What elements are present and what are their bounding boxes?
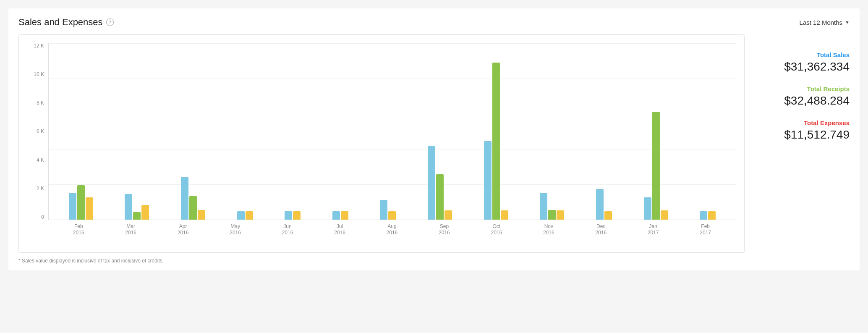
sales-bar <box>428 146 435 220</box>
month-bar-group <box>644 112 668 220</box>
total-expenses-value: $11,512.749 <box>757 128 850 142</box>
total-receipts-stat: Total Receipts $32,488.284 <box>757 85 850 108</box>
month-bar-group <box>237 211 253 220</box>
receipts-bar <box>652 112 660 220</box>
x-axis-label: Mar2016 <box>119 223 143 236</box>
x-labels: Feb2016Mar2016Apr2016May2016Jun2016Jul20… <box>48 220 736 236</box>
month-bar-group <box>125 194 149 220</box>
expenses-bar <box>246 211 253 220</box>
expenses-bar <box>444 210 452 220</box>
total-sales-value: $31,362.334 <box>757 60 850 73</box>
sales-bar <box>332 211 340 220</box>
total-receipts-label: Total Receipts <box>757 85 850 92</box>
x-axis-label: Sep2016 <box>432 223 456 236</box>
month-bar-group <box>69 185 93 220</box>
chevron-down-icon: ▼ <box>845 20 850 25</box>
sales-bar <box>380 200 387 220</box>
sales-bar <box>644 197 651 220</box>
y-axis-label: 8 K <box>27 100 44 105</box>
title-area: Sales and Expenses ? <box>18 17 114 28</box>
sales-bar <box>540 193 547 220</box>
bars-row <box>380 200 396 220</box>
x-axis-label: May2016 <box>223 223 248 236</box>
expenses-bar <box>661 210 668 220</box>
x-axis-label: Nov2016 <box>536 223 561 236</box>
bars-row <box>596 189 612 220</box>
x-axis-label: Feb2016 <box>66 223 91 236</box>
y-axis-label: 10 K <box>27 72 44 77</box>
x-axis-label: Jul2016 <box>327 223 352 236</box>
sales-bar <box>237 211 245 220</box>
footnote: * Sales value displayed is inclusive of … <box>18 258 850 264</box>
bars-area: Feb2016Mar2016Apr2016May2016Jun2016Jul20… <box>48 43 736 236</box>
stats-panel: Total Sales $31,362.334 Total Receipts $… <box>757 34 850 142</box>
page-container: Sales and Expenses ? Last 12 Months ▼ 02… <box>8 8 860 270</box>
y-axis: 02 K4 K6 K8 K10 K12 K <box>27 43 44 236</box>
total-expenses-stat: Total Expenses $11,512.749 <box>757 119 850 142</box>
month-bar-group <box>596 189 612 220</box>
help-icon[interactable]: ? <box>106 18 114 26</box>
receipts-bar <box>77 185 85 220</box>
y-axis-label: 12 K <box>27 43 44 48</box>
bars-container <box>48 43 736 220</box>
month-bar-group <box>181 177 205 220</box>
total-expenses-label: Total Expenses <box>757 119 850 126</box>
y-axis-label: 2 K <box>27 186 44 191</box>
receipts-bar <box>189 196 197 220</box>
bars-row <box>237 211 253 220</box>
month-bar-group <box>484 63 508 220</box>
month-bar-group <box>332 211 348 220</box>
x-axis-label: Aug2016 <box>380 223 404 236</box>
bars-row <box>428 146 452 220</box>
period-label: Last 12 Months <box>800 19 843 26</box>
x-axis-label: Feb2017 <box>693 223 718 236</box>
sales-bar <box>285 211 292 220</box>
bars-row <box>540 193 564 220</box>
total-sales-stat: Total Sales $31,362.334 <box>757 51 850 73</box>
expenses-bar <box>86 197 93 220</box>
header-row: Sales and Expenses ? Last 12 Months ▼ <box>18 17 850 28</box>
receipts-bar <box>133 212 141 220</box>
expenses-bar <box>708 211 716 220</box>
x-axis-label: Dec2016 <box>589 223 613 236</box>
x-axis-label: Oct2016 <box>484 223 509 236</box>
bars-row <box>69 185 93 220</box>
expenses-bar <box>557 210 564 220</box>
total-sales-label: Total Sales <box>757 51 850 58</box>
expenses-bar <box>141 205 149 220</box>
expenses-bar <box>604 211 612 220</box>
sales-bar <box>484 141 492 220</box>
x-axis-label: Jan2017 <box>641 223 665 236</box>
month-bar-group <box>428 146 452 220</box>
sales-bar <box>596 189 604 220</box>
bars-row <box>700 211 716 220</box>
bars-row <box>644 112 668 220</box>
receipts-bar <box>436 174 444 220</box>
expenses-bar <box>388 211 396 220</box>
bars-row <box>285 211 301 220</box>
sales-bar <box>69 193 76 220</box>
bars-row <box>484 63 508 220</box>
y-axis-label: 4 K <box>27 157 44 163</box>
y-axis-label: 0 <box>27 215 44 220</box>
expenses-bar <box>341 211 348 220</box>
page-title: Sales and Expenses <box>18 17 103 28</box>
expenses-bar <box>501 210 508 220</box>
period-selector[interactable]: Last 12 Months ▼ <box>800 19 850 26</box>
chart-grid: 02 K4 K6 K8 K10 K12 K Feb2016Mar2016Apr2… <box>27 43 736 236</box>
sales-bar <box>700 211 707 220</box>
chart-area: 02 K4 K6 K8 K10 K12 K Feb2016Mar2016Apr2… <box>18 34 745 253</box>
bars-row <box>181 177 205 220</box>
expenses-bar <box>198 210 205 220</box>
month-bar-group <box>540 193 564 220</box>
month-bar-group <box>380 200 396 220</box>
sales-bar <box>125 194 132 220</box>
bars-row <box>125 194 149 220</box>
month-bar-group <box>700 211 716 220</box>
expenses-bar <box>293 211 301 220</box>
sales-bar <box>181 177 188 220</box>
main-content: 02 K4 K6 K8 K10 K12 K Feb2016Mar2016Apr2… <box>18 34 850 253</box>
x-axis-label: Apr2016 <box>171 223 195 236</box>
receipts-bar <box>548 210 556 220</box>
month-bar-group <box>285 211 301 220</box>
